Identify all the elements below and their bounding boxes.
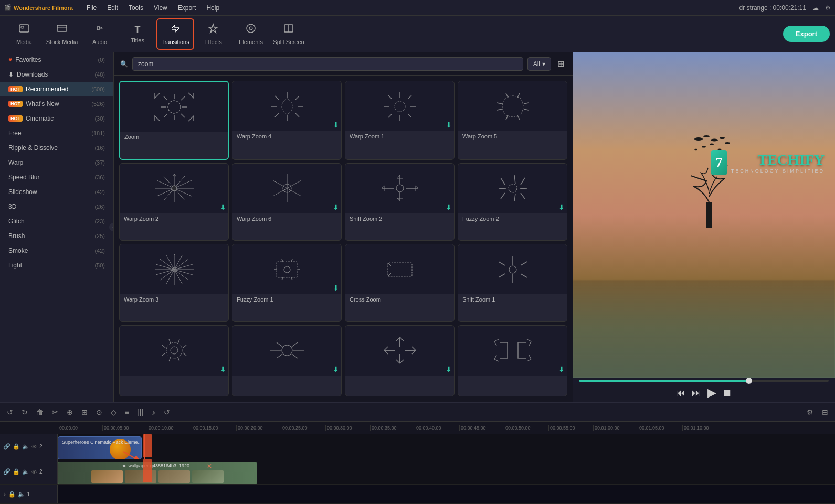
transition-warp-zoom-3[interactable]: Warp Zoom 3 [119, 244, 229, 322]
menu-file[interactable]: File [81, 0, 102, 15]
track-lock-icon-v2[interactable]: 🔒 [13, 468, 20, 475]
track-lock-icon[interactable]: 🔒 [13, 443, 20, 450]
full-screen-timeline-button[interactable]: ⊟ [819, 406, 831, 418]
sidebar-item-3d[interactable]: 3D (26) [0, 199, 113, 214]
transition-row4-4[interactable]: ⬇ [458, 325, 567, 397]
download-icon[interactable]: ⬇ [446, 121, 452, 129]
download-icon[interactable]: ⬇ [558, 203, 565, 211]
menu-export[interactable]: Export [173, 0, 202, 15]
menu-help[interactable]: Help [201, 0, 225, 15]
toolbar-elements[interactable]: Elements [232, 18, 270, 50]
menu-tools[interactable]: Tools [123, 0, 149, 15]
audio-button[interactable]: ♪ [149, 406, 158, 418]
transition-row4-3[interactable]: ⬇ [345, 325, 455, 397]
menu-edit[interactable]: Edit [102, 0, 123, 15]
toolbar-media[interactable]: Media [5, 18, 43, 50]
track-vol-icon[interactable]: 🔈 [18, 491, 25, 498]
grid-toggle-icon[interactable]: ⊞ [555, 57, 566, 71]
toolbar-split[interactable]: Split Screen [270, 18, 308, 50]
render-button[interactable]: ⚙ [804, 406, 816, 418]
download-icon[interactable]: ⬇ [333, 203, 339, 211]
export-button[interactable]: Export [783, 26, 830, 42]
svg-line-151 [527, 359, 531, 361]
progress-handle[interactable] [746, 378, 752, 384]
play-button[interactable]: ▶ [707, 386, 716, 400]
video-clip-wallpaper[interactable]: hd-wallpaper-g4388164b3_1920... [58, 462, 257, 484]
svg-line-138 [412, 350, 416, 354]
transition-warp-zoom-6[interactable]: ⬇ Warp Zoom 6 [232, 163, 342, 241]
track-eye-icon[interactable]: 👁 [31, 444, 37, 450]
sidebar-item-cinematic[interactable]: HOT Cinematic (30) [0, 111, 113, 126]
step-back-button[interactable]: ⏭ [692, 388, 701, 399]
transition-shift-zoom-1[interactable]: Shift Zoom 1 [458, 244, 567, 322]
skip-back-button[interactable]: ⏮ [676, 388, 685, 399]
sidebar-item-brush[interactable]: Brush (25) [0, 229, 113, 243]
transition-warp-zoom-1[interactable]: ⬇ Warp Zoom 1 [345, 81, 455, 160]
search-filter[interactable]: All ▾ [527, 57, 551, 71]
transition-fuzzy-zoom-1[interactable]: ⬇ Fuzzy Zoom 1 [232, 244, 342, 322]
sidebar-item-light[interactable]: Light (50) [0, 258, 113, 273]
crop-button[interactable]: ⊕ [64, 406, 76, 418]
track-row-audio: ♪ 🔒 🔈 1 [0, 485, 835, 504]
sidebar-item-ripple[interactable]: Ripple & Dissolve (16) [0, 141, 113, 155]
adjust-button[interactable]: ≡ [122, 406, 132, 418]
download-icon[interactable]: ⬇ [333, 365, 339, 373]
sidebar-item-glitch[interactable]: Glitch (23) [0, 214, 113, 229]
download-icon[interactable]: ⬇ [220, 203, 226, 211]
preview-progress-bar[interactable] [579, 380, 829, 382]
toolbar-effects[interactable]: Effects [194, 18, 232, 50]
sidebar-item-favorites[interactable]: ♥ Favorites (0) [0, 52, 113, 67]
group-button[interactable]: ⊞ [79, 406, 90, 418]
toolbar-transitions[interactable]: Transitions [156, 18, 194, 50]
track-link-icon-v2[interactable]: 🔗 [3, 468, 10, 475]
toolbar-stock[interactable]: Stock Media [43, 18, 81, 50]
sidebar-item-speed-blur[interactable]: Speed Blur (36) [0, 170, 113, 185]
sidebar-item-recommended[interactable]: HOT Recommended (500) [0, 82, 113, 96]
download-icon[interactable]: ⬇ [446, 365, 452, 373]
transition-row4-2[interactable]: ⬇ [232, 325, 342, 397]
download-icon[interactable]: ⬇ [558, 365, 565, 373]
timeline-tracks: 🔗 🔒 🔈 👁 2 Superheroes Cinematic Pack Ele… [0, 434, 835, 504]
sidebar-item-warp[interactable]: Warp (37) [0, 155, 113, 170]
transition-warp-zoom-5[interactable]: Warp Zoom 5 [458, 81, 567, 160]
transition-zoom[interactable]: Zoom [119, 81, 229, 160]
sidebar-item-free[interactable]: Free (181) [0, 126, 113, 141]
sidebar-item-whats-new[interactable]: HOT What's New (526) [0, 96, 113, 111]
transition-warp-zoom-4[interactable]: ⬇ Warp Zoom 4 [232, 81, 342, 160]
transition-fuzzy-zoom-2[interactable]: ⬇ Fuzzy Zoom 2 [458, 163, 567, 241]
clip-close-icon[interactable]: ✕ [207, 463, 212, 470]
track-eye-icon-v2[interactable]: 👁 [31, 469, 37, 475]
download-icon[interactable]: ⬇ [333, 284, 339, 292]
transition-warp-zoom-2[interactable]: ⬇ Warp Zoom 2 [119, 163, 229, 241]
marker-button[interactable]: ◇ [108, 406, 119, 418]
settings-icon[interactable]: ⚙ [825, 4, 831, 12]
effects-icon [207, 23, 219, 37]
transition-row4-1[interactable]: ⬇ [119, 325, 229, 397]
reset-button[interactable]: ↺ [161, 406, 173, 418]
sidebar-item-downloads[interactable]: ⬇ Downloads (48) [0, 67, 113, 82]
stop-button[interactable]: ⏹ [723, 388, 732, 399]
track-lock-icon-a[interactable]: 🔒 [8, 491, 16, 498]
panel-collapse-arrow[interactable]: ‹ [109, 223, 114, 231]
download-icon[interactable]: ⬇ [220, 365, 226, 373]
delete-button[interactable]: 🗑 [34, 406, 46, 418]
transition-shift-zoom-2[interactable]: ⬇ Shift Zoom 2 [345, 163, 455, 241]
playhead[interactable] [144, 434, 145, 459]
track-audio-icon[interactable]: 🔈 [22, 443, 29, 450]
undo-button[interactable]: ↺ [4, 406, 16, 418]
download-icon[interactable]: ⬇ [446, 203, 452, 211]
transition-cross-zoom[interactable]: Cross Zoom [345, 244, 455, 322]
search-input[interactable] [132, 57, 523, 71]
ripple-button[interactable]: ||| [135, 406, 146, 418]
toolbar-audio[interactable]: Audio [81, 18, 119, 50]
freeze-button[interactable]: ⊙ [93, 406, 105, 418]
menu-view[interactable]: View [149, 0, 173, 15]
sidebar-item-smoke[interactable]: Smoke (42) [0, 243, 113, 258]
download-icon[interactable]: ⬇ [333, 121, 339, 129]
redo-button[interactable]: ↻ [19, 406, 30, 418]
track-link-icon[interactable]: 🔗 [3, 443, 10, 450]
cut-button[interactable]: ✂ [49, 406, 61, 418]
toolbar-titles[interactable]: T Titles [119, 18, 156, 50]
track-audio-icon-v2[interactable]: 🔈 [22, 468, 29, 475]
sidebar-item-slideshow[interactable]: Slideshow (42) [0, 185, 113, 199]
